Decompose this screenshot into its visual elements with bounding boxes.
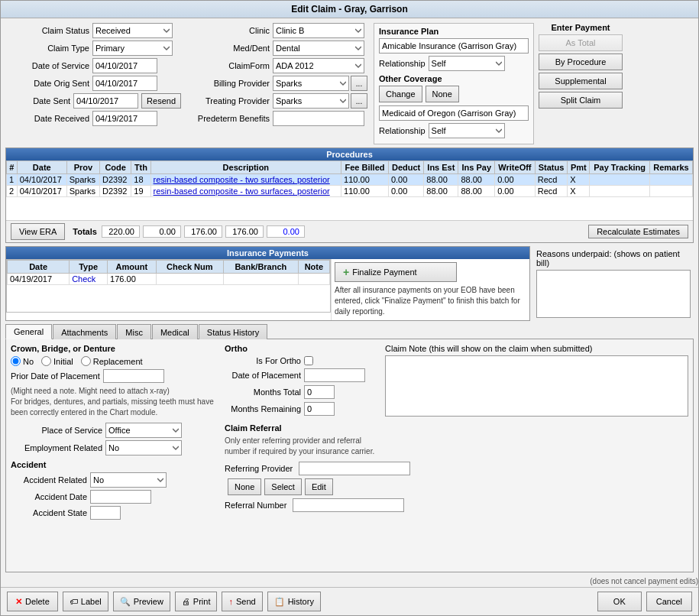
date-of-service-input[interactable]: 04/10/2017 — [92, 58, 157, 73]
ok-button[interactable]: OK — [597, 592, 642, 611]
label-button[interactable]: 🏷 Label — [63, 592, 108, 611]
label-icon: 🏷 — [70, 597, 78, 606]
ip-amount: 176.00 — [108, 274, 156, 285]
tab-attachments[interactable]: Attachments — [53, 324, 116, 339]
label-label: Label — [81, 597, 102, 606]
initial-radio-label[interactable]: Initial — [41, 356, 73, 366]
accident-date-input[interactable] — [90, 490, 151, 504]
months-remaining-label: Months Remaining — [225, 404, 301, 413]
tab-misc[interactable]: Misc — [117, 324, 151, 339]
predeterm-input[interactable] — [273, 111, 364, 126]
replacement-label: Replacement — [93, 357, 143, 366]
proc-pay-tracking — [590, 174, 649, 186]
referral-number-label: Referral Number — [225, 501, 286, 510]
delete-button[interactable]: ✕ Delete — [7, 592, 58, 611]
table-row[interactable]: 1 04/10/2017 Sparks D2392 18 resin-based… — [7, 174, 693, 186]
supplemental-button[interactable]: Supplemental — [539, 73, 623, 89]
accident-state-input[interactable] — [90, 506, 121, 520]
proc-ins-pay: 88.00 — [458, 186, 495, 197]
billing-provider-browse-button[interactable]: ... — [351, 76, 367, 91]
is-for-ortho-checkbox[interactable] — [304, 356, 313, 365]
med-dent-label: Med/Dent — [186, 44, 270, 53]
date-of-placement-input[interactable] — [304, 368, 365, 382]
claim-status-select[interactable]: Received — [92, 23, 173, 38]
treating-provider-select[interactable]: Sparks — [273, 93, 349, 109]
treating-provider-browse-button[interactable]: ... — [351, 93, 367, 109]
history-button[interactable]: 📋 History — [267, 592, 321, 611]
date-received-input[interactable]: 04/19/2017 — [92, 111, 157, 126]
insurance-plan-name-input[interactable]: Amicable Insurance (Garrison Gray) — [379, 38, 529, 53]
finalize-payment-button[interactable]: + Finalize Payment — [335, 262, 457, 282]
col-deduct: Deduct — [388, 161, 423, 174]
no-radio-label[interactable]: No — [11, 356, 34, 366]
list-item[interactable]: 04/19/2017 Check 176.00 — [8, 274, 330, 285]
date-orig-sent-input[interactable]: 04/10/2017 — [92, 76, 157, 91]
date-orig-sent-label: Date Orig Sent — [5, 79, 89, 88]
ip-col-bank: Bank/Branch — [223, 261, 298, 274]
accident-related-select[interactable]: No — [90, 472, 167, 488]
relationship-select[interactable]: Self — [429, 56, 505, 71]
replacement-radio[interactable] — [81, 356, 91, 366]
procedures-title: Procedures — [6, 148, 693, 160]
print-button[interactable]: 🖨 Print — [175, 592, 218, 611]
med-dent-select[interactable]: Dental — [273, 41, 364, 56]
proc-pmt: X — [568, 186, 590, 197]
date-of-placement-label: Date of Placement — [225, 371, 301, 380]
relationship-label: Relationship — [379, 59, 426, 68]
tab-general[interactable]: General — [5, 324, 52, 339]
referring-edit-button[interactable]: Edit — [305, 478, 333, 495]
tab-status-history[interactable]: Status History — [199, 324, 267, 339]
preview-button[interactable]: 🔍 Preview — [113, 592, 170, 611]
by-procedure-button[interactable]: By Procedure — [539, 53, 623, 70]
cancel-button[interactable]: Cancel — [646, 592, 692, 611]
history-label: History — [288, 597, 314, 606]
none-insurance-button[interactable]: None — [426, 86, 459, 102]
table-row[interactable]: 2 04/10/2017 Sparks D2392 19 resin-based… — [7, 186, 693, 197]
resend-button[interactable]: Resend — [141, 93, 181, 109]
replacement-radio-label[interactable]: Replacement — [81, 356, 143, 366]
proc-tth: 19 — [131, 186, 150, 197]
recalculate-button[interactable]: Recalculate Estimates — [588, 225, 688, 238]
claim-note-textarea[interactable] — [385, 355, 688, 417]
place-of-service-select[interactable]: Office — [105, 423, 182, 438]
billing-provider-select[interactable]: Sparks — [273, 76, 349, 91]
proc-pay-tracking — [590, 186, 649, 197]
no-radio[interactable] — [11, 356, 21, 366]
finalize-plus-icon: + — [343, 266, 349, 278]
ip-col-type: Type — [70, 261, 108, 274]
view-era-button[interactable]: View ERA — [11, 223, 65, 240]
proc-writeoff: 0.00 — [495, 174, 536, 186]
change-button[interactable]: Change — [379, 86, 422, 102]
proc-prov: Sparks — [66, 174, 99, 186]
other-relationship-select[interactable]: Self — [429, 123, 505, 138]
initial-radio[interactable] — [41, 356, 51, 366]
send-button[interactable]: ↑ Send — [222, 592, 262, 611]
claim-type-select[interactable]: Primary — [92, 41, 173, 56]
billing-provider-label: Billing Provider — [186, 79, 270, 88]
proc-writeoff: 0.00 — [495, 186, 536, 197]
delete-label: Delete — [25, 597, 50, 606]
referring-select-button[interactable]: Select — [264, 478, 302, 495]
clinic-select[interactable]: Clinic B — [273, 23, 364, 38]
reasons-textarea[interactable] — [536, 270, 691, 318]
ip-col-check: Check Num — [156, 261, 223, 274]
tab-medical[interactable]: Medical — [152, 324, 198, 339]
employment-related-select[interactable]: No — [105, 440, 182, 456]
split-claim-button[interactable]: Split Claim — [539, 92, 623, 109]
months-total-input[interactable] — [304, 385, 335, 399]
prior-date-input[interactable] — [103, 369, 164, 383]
ip-date: 04/19/2017 — [8, 274, 70, 285]
referring-none-button[interactable]: None — [228, 478, 261, 495]
preview-icon: 🔍 — [120, 597, 131, 607]
col-code: Code — [100, 161, 131, 174]
claim-form-select[interactable]: ADA 2012 — [273, 58, 364, 73]
ip-note — [298, 274, 329, 285]
claim-note-title: Claim Note (this will show on the claim … — [385, 344, 688, 353]
date-sent-input[interactable]: 04/10/2017 — [73, 93, 138, 109]
total-ins-est: 176.00 — [184, 225, 222, 238]
months-remaining-input[interactable] — [304, 402, 335, 416]
prior-date-label: Prior Date of Placement — [11, 371, 100, 381]
ip-type: Check — [70, 274, 108, 285]
other-plan-name-input[interactable]: Medicaid of Oregon (Garrison Gray) — [379, 105, 529, 121]
as-total-button[interactable]: As Total — [539, 34, 623, 51]
